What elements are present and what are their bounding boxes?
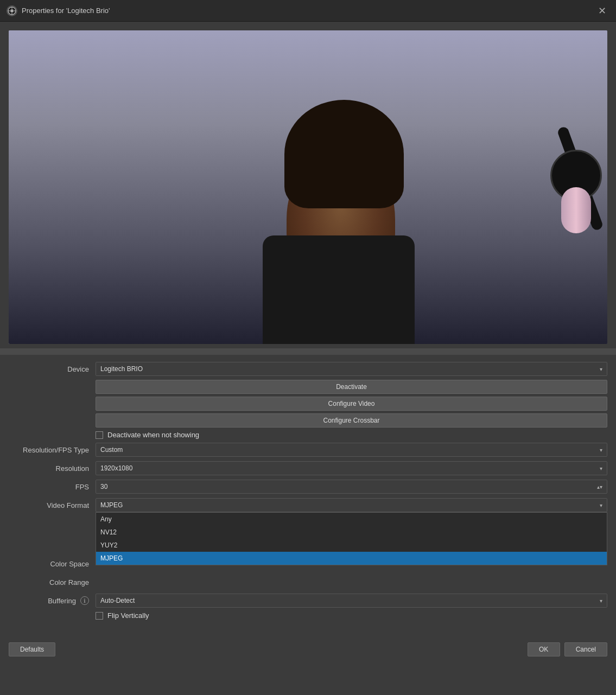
- buffering-value: Auto-Detect: [100, 597, 135, 604]
- dropdown-option-nv12[interactable]: NV12: [96, 526, 607, 539]
- title-bar: Properties for 'Logitech Brio' ✕: [0, 0, 616, 22]
- resolution-arrow: ▾: [600, 466, 602, 471]
- close-button[interactable]: ✕: [594, 3, 609, 18]
- footer-right: OK Cancel: [528, 642, 607, 656]
- fps-value: 30: [100, 483, 107, 490]
- resolution-fps-select[interactable]: Custom ▾: [96, 443, 607, 457]
- buffering-select[interactable]: Auto-Detect ▾: [96, 594, 607, 608]
- video-format-select[interactable]: MJPEG ▾: [96, 498, 607, 512]
- footer-left: Defaults: [9, 642, 55, 656]
- fps-select[interactable]: 30 ▴▾: [96, 480, 607, 494]
- app-icon: [7, 5, 17, 16]
- buffering-info-icon[interactable]: ℹ: [80, 596, 89, 605]
- action-buttons-row: Deactivate Configure Video Configure Cro…: [9, 380, 607, 428]
- device-arrow: ▾: [600, 366, 602, 372]
- buffering-row: Buffering ℹ Auto-Detect ▾: [9, 593, 607, 608]
- camera-feed: [9, 30, 607, 344]
- title-bar-left: Properties for 'Logitech Brio': [7, 5, 110, 16]
- resolution-select[interactable]: 1920x1080 ▾: [96, 461, 607, 475]
- camera-preview: [9, 30, 607, 344]
- flip-vertically-checkbox[interactable]: [96, 612, 103, 620]
- color-range-label: Color Range: [9, 578, 96, 586]
- deactivate-when-checkbox[interactable]: [96, 431, 103, 439]
- person-body: [263, 235, 415, 344]
- window-title: Properties for 'Logitech Brio': [22, 7, 110, 15]
- video-format-label: Video Format: [9, 501, 96, 509]
- flip-vertically-row: Flip Vertically: [9, 611, 607, 620]
- fps-label: FPS: [9, 483, 96, 491]
- resolution-row: Resolution 1920x1080 ▾: [9, 461, 607, 476]
- main-content: Device Logitech BRIO ▾ Deactivate Config…: [0, 30, 616, 663]
- color-space-label: Color Space: [9, 560, 96, 568]
- resolution-fps-arrow: ▾: [600, 447, 602, 453]
- device-label: Device: [9, 365, 96, 373]
- hair: [284, 100, 404, 208]
- dropdown-option-mjpeg[interactable]: MJPEG: [96, 552, 607, 565]
- color-range-row: Color Range: [9, 575, 607, 590]
- deactivate-when-row: Deactivate when not showing: [9, 431, 607, 439]
- video-format-arrow: ▾: [600, 502, 602, 508]
- resolution-fps-row: Resolution/FPS Type Custom ▾: [9, 442, 607, 457]
- video-format-row: Video Format MJPEG ▾ Any NV12 YUY2 MJPEG: [9, 498, 607, 513]
- device-row: Device Logitech BRIO ▾: [9, 361, 607, 377]
- deactivate-button[interactable]: Deactivate: [96, 380, 607, 394]
- microphone-body: [561, 187, 591, 233]
- defaults-button[interactable]: Defaults: [9, 642, 55, 656]
- configure-crossbar-button[interactable]: Configure Crossbar: [96, 413, 607, 428]
- color-range-select[interactable]: [96, 575, 607, 589]
- settings-panel: Device Logitech BRIO ▾ Deactivate Config…: [0, 355, 616, 632]
- gray-band: [0, 348, 616, 355]
- configure-video-button[interactable]: Configure Video: [96, 397, 607, 411]
- footer: Defaults OK Cancel: [0, 636, 616, 663]
- cancel-button[interactable]: Cancel: [564, 642, 607, 656]
- buffering-label: Buffering ℹ: [9, 596, 96, 605]
- buffering-arrow: ▾: [600, 598, 602, 604]
- resolution-value: 1920x1080: [100, 464, 132, 472]
- resolution-fps-value: Custom: [100, 446, 123, 454]
- device-select[interactable]: Logitech BRIO ▾: [96, 362, 607, 376]
- flip-vertically-label: Flip Vertically: [107, 611, 149, 620]
- ok-button[interactable]: OK: [528, 642, 560, 656]
- video-format-dropdown: Any NV12 YUY2 MJPEG: [96, 512, 607, 565]
- fps-arrow: ▴▾: [597, 484, 602, 490]
- dropdown-option-any[interactable]: Any: [96, 513, 607, 526]
- dropdown-option-yuy2[interactable]: YUY2: [96, 539, 607, 552]
- deactivate-when-label: Deactivate when not showing: [107, 431, 199, 439]
- video-format-container: MJPEG ▾ Any NV12 YUY2 MJPEG: [96, 498, 607, 512]
- fps-row: FPS 30 ▴▾: [9, 479, 607, 494]
- video-format-value: MJPEG: [100, 501, 123, 509]
- resolution-label: Resolution: [9, 464, 96, 473]
- svg-point-1: [10, 9, 14, 12]
- resolution-fps-label: Resolution/FPS Type: [9, 446, 96, 454]
- device-value: Logitech BRIO: [100, 365, 143, 373]
